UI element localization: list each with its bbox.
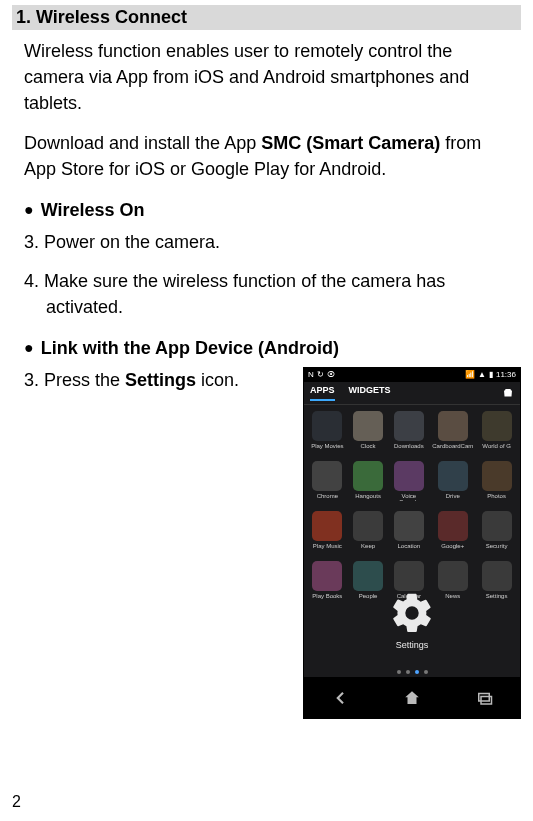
dot xyxy=(424,670,428,674)
app-icon[interactable]: Clock xyxy=(351,411,386,451)
bluetooth-icon: 📶 xyxy=(465,370,475,379)
intro2-prefix: Download and install the App xyxy=(24,133,261,153)
app-icon[interactable]: Play Books xyxy=(310,561,345,601)
app-name: SMC (Smart Camera) xyxy=(261,133,440,153)
app-icon[interactable]: Downloads xyxy=(391,411,426,451)
nfc-icon: N xyxy=(308,370,314,379)
battery-icon: ▮ xyxy=(489,370,493,379)
app-icon[interactable]: Play Movies xyxy=(310,411,345,451)
status-left-icons: N ↻ ⦿ xyxy=(308,370,335,379)
app-icon[interactable]: Settings xyxy=(479,561,514,601)
recent-icon[interactable] xyxy=(475,689,493,707)
dot xyxy=(406,670,410,674)
status-right-icons: 📶 ▲ ▮ 11:36 xyxy=(465,370,516,379)
app-icon[interactable]: Keep xyxy=(351,511,386,551)
subheading-link-android: Link with the App Device (Android) xyxy=(24,338,521,359)
page-number: 2 xyxy=(12,793,21,811)
step-3-settings-row: 3. Press the Settings icon. N ↻ ⦿ 📶 ▲ ▮ … xyxy=(24,367,521,719)
app-icon[interactable]: Google+ xyxy=(432,511,473,551)
step-4-wireless-activated: 4. Make sure the wireless function of th… xyxy=(24,268,521,320)
android-screenshot: N ↻ ⦿ 📶 ▲ ▮ 11:36 APPS WIDGETS xyxy=(303,367,521,719)
app-icon[interactable]: Photos xyxy=(479,461,514,501)
settings-word: Settings xyxy=(125,370,196,390)
dot xyxy=(397,670,401,674)
back-icon[interactable] xyxy=(331,689,349,707)
app-icon[interactable]: Hangouts xyxy=(351,461,386,501)
settings-icon-highlight[interactable]: Settings xyxy=(389,590,435,650)
shop-icon[interactable] xyxy=(502,387,514,399)
nav-bar xyxy=(304,677,520,718)
section-heading: 1. Wireless Connect xyxy=(12,5,521,30)
page: 1. Wireless Connect Wireless function en… xyxy=(0,0,533,821)
app-icon[interactable]: Location xyxy=(391,511,426,551)
settings-label: Settings xyxy=(389,640,435,650)
app-icon[interactable]: Drive xyxy=(432,461,473,501)
page-indicator xyxy=(304,670,520,674)
step-3-settings-text: 3. Press the Settings icon. xyxy=(24,367,303,393)
tab-widgets[interactable]: WIDGETS xyxy=(349,385,391,401)
step3b-suffix: icon. xyxy=(196,370,239,390)
status-bar: N ↻ ⦿ 📶 ▲ ▮ 11:36 xyxy=(304,368,520,382)
app-icon[interactable]: Chrome xyxy=(310,461,345,501)
intro-paragraph-2: Download and install the App SMC (Smart … xyxy=(12,130,521,182)
wifi-icon: ▲ xyxy=(478,370,486,379)
sync-icon: ↻ xyxy=(317,370,324,379)
home-icon[interactable] xyxy=(403,689,421,707)
subheading-wireless-on: Wireless On xyxy=(24,200,521,221)
dot-active xyxy=(415,670,419,674)
app-icon[interactable]: Play Music xyxy=(310,511,345,551)
app-icon[interactable]: People xyxy=(351,561,386,601)
app-icon[interactable]: CardboardCam xyxy=(432,411,473,451)
clock-text: 11:36 xyxy=(496,370,516,379)
app-grid: Play MoviesClockDownloadsCardboardCamWor… xyxy=(304,405,520,601)
app-icon[interactable]: News xyxy=(432,561,473,601)
location-icon: ⦿ xyxy=(327,370,335,379)
app-icon[interactable]: Security xyxy=(479,511,514,551)
step3b-prefix: 3. Press the xyxy=(24,370,125,390)
tab-apps[interactable]: APPS xyxy=(310,385,335,401)
intro-paragraph-1: Wireless function enables user to remote… xyxy=(12,38,521,116)
app-icon[interactable]: World of G xyxy=(479,411,514,451)
step-3-power-on: 3. Power on the camera. xyxy=(24,229,521,255)
app-icon[interactable]: Voice Search xyxy=(391,461,426,501)
gear-icon xyxy=(389,590,435,636)
apps-tab-bar: APPS WIDGETS xyxy=(304,382,520,405)
